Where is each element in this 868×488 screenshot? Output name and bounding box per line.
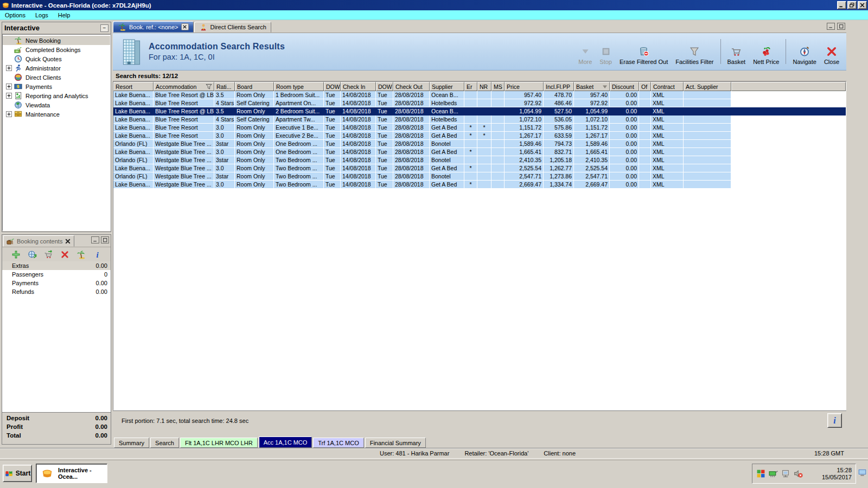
- table-row[interactable]: Orlando (FL)Westgate Blue Tree ...3starR…: [113, 172, 731, 181]
- cell-dow: Tue: [324, 115, 341, 123]
- facilities-filter-button[interactable]: Facilities Filter: [672, 38, 717, 65]
- column-header-board[interactable]: Board: [235, 82, 274, 91]
- panel-minimize-button[interactable]: [91, 236, 99, 243]
- start-button[interactable]: Start: [3, 465, 32, 482]
- column-header-accommodation[interactable]: Accommodation: [154, 82, 214, 91]
- column-header-supplier[interactable]: Supplier: [430, 82, 464, 91]
- refresh-globe-icon[interactable]: [28, 250, 37, 259]
- palm-tree-icon[interactable]: [76, 250, 86, 259]
- booking-contents-tab[interactable]: Booking contents: [3, 235, 74, 247]
- column-header-contract[interactable]: Contract: [651, 82, 684, 91]
- column-header-check-in[interactable]: Check In: [341, 82, 376, 91]
- column-header-ms[interactable]: MS: [492, 82, 505, 91]
- expand-plus-icon[interactable]: [6, 84, 14, 89]
- tab-booking-ref[interactable]: Book. ref.: <none>: [113, 21, 194, 33]
- expand-plus-icon[interactable]: [6, 65, 14, 71]
- erase-filtered-out-button[interactable]: Erase Filtered Out: [616, 38, 672, 65]
- table-row[interactable]: Orlando (FL)Westgate Blue Tree ...3starR…: [113, 140, 731, 148]
- mdi-minimize-button[interactable]: [827, 23, 835, 30]
- table-row[interactable]: Lake Buena...Blue Tree Resort3.0Room Onl…: [113, 132, 731, 140]
- volume-muted-tray-icon[interactable]: [794, 469, 803, 478]
- sidebar-item-direct-clients[interactable]: Direct Clients: [3, 73, 110, 82]
- column-header-check-out[interactable]: Check Out: [393, 82, 430, 91]
- sidebar-item-payments[interactable]: Payments: [3, 82, 110, 91]
- cell-accommodation: Westgate Blue Tree ...: [154, 181, 214, 188]
- sidebar-item-viewdata[interactable]: Viewdata: [3, 100, 110, 110]
- column-header-rati[interactable]: Rati...: [214, 82, 235, 91]
- close-tab-icon[interactable]: [65, 238, 71, 245]
- basket-button[interactable]: Basket: [724, 38, 750, 65]
- menu-options[interactable]: Options: [0, 11, 30, 20]
- bottom-tab-flt-1a-1c-lhr-mco-lhr[interactable]: Flt 1A,1C LHR MCO LHR: [180, 438, 258, 448]
- menu-logs[interactable]: Logs: [30, 11, 53, 20]
- column-header-resort[interactable]: Resort: [113, 82, 154, 91]
- filter-funnel-icon[interactable]: [206, 84, 212, 89]
- show-desktop-icon[interactable]: [858, 468, 867, 477]
- collapse-panel-button[interactable]: −: [100, 24, 108, 32]
- antivirus-tray-icon[interactable]: [756, 469, 765, 478]
- close-button[interactable]: [858, 1, 867, 9]
- bottom-tab-financial-summary[interactable]: Financial Summary: [365, 438, 426, 448]
- sidebar-item-administrator[interactable]: Administrator: [3, 63, 110, 73]
- add-icon[interactable]: [11, 250, 21, 259]
- bottom-tab-acc-1a-1c-mco[interactable]: Acc 1A,1C MCO: [259, 436, 312, 448]
- column-header-nr[interactable]: NR: [477, 82, 492, 91]
- table-row[interactable]: Orlando (FL)Westgate Blue Tree ...3starR…: [113, 156, 731, 164]
- table-row[interactable]: Lake Buena...Blue Tree Resort3.0Room Onl…: [113, 124, 731, 132]
- cell-discount: 0.00: [610, 140, 639, 147]
- close-tab-icon[interactable]: [181, 23, 189, 30]
- sidebar-item-maintenance[interactable]: Maintenance: [3, 110, 110, 119]
- cell-dow: Tue: [324, 164, 341, 172]
- booking-row-payments[interactable]: Payments0.00: [2, 279, 111, 287]
- column-header-basket[interactable]: Basket: [574, 82, 610, 91]
- booking-row-label: Refunds: [12, 288, 96, 295]
- interactive-panel-title: Interactive: [4, 24, 100, 32]
- table-row[interactable]: Lake Buena...Blue Tree Resort @ LBV3.5Ro…: [113, 91, 731, 99]
- cell-accommodation: Blue Tree Resort @ LBV: [154, 91, 214, 99]
- panel-maximize-button[interactable]: [101, 236, 109, 243]
- nett-price-button[interactable]: Nett Price: [749, 38, 783, 65]
- column-header-room-type[interactable]: Room type: [274, 82, 324, 91]
- table-row[interactable]: Lake Buena...Blue Tree Resort4 StarsSelf…: [113, 99, 731, 107]
- info-button[interactable]: i: [827, 413, 842, 428]
- sidebar-item-completed-bookings[interactable]: Completed Bookings: [3, 45, 110, 54]
- column-header-of[interactable]: Of: [639, 82, 651, 91]
- column-header-incl-fl-pp[interactable]: Incl.Fl.PP: [544, 82, 574, 91]
- bottom-tab-search[interactable]: Search: [150, 438, 179, 448]
- column-header-act-supplier[interactable]: Act. Supplier: [684, 82, 731, 91]
- sidebar-item-quick-quotes[interactable]: Quick Quotes: [3, 54, 110, 63]
- minimize-button[interactable]: [837, 1, 846, 9]
- navigate-button[interactable]: Navigate: [789, 38, 820, 65]
- info-icon[interactable]: i: [93, 250, 102, 259]
- column-header-dow[interactable]: DOW: [376, 82, 393, 91]
- table-row[interactable]: Lake Buena...Blue Tree Resort4 StarsSelf…: [113, 115, 731, 124]
- network-card-tray-icon[interactable]: [769, 469, 778, 478]
- table-row[interactable]: Lake Buena...Westgate Blue Tree ...3.0Ro…: [113, 148, 731, 156]
- table-row[interactable]: Lake Buena...Westgate Blue Tree ...3.0Ro…: [113, 164, 731, 172]
- mdi-maximize-button[interactable]: [837, 23, 845, 30]
- menu-help[interactable]: Help: [53, 11, 75, 20]
- expand-plus-icon[interactable]: [6, 93, 14, 99]
- sidebar-item-new-booking[interactable]: New Booking: [3, 36, 110, 45]
- column-header-dow[interactable]: DOW: [324, 82, 341, 91]
- table-row[interactable]: Lake Buena...Blue Tree Resort @ LBV3.5Ro…: [113, 107, 846, 115]
- bottom-tab-trf-1a-1c-mco[interactable]: Trf 1A,1C MCO: [313, 438, 363, 448]
- close-button[interactable]: Close: [820, 38, 843, 65]
- taskbar-task-interactive[interactable]: Interactive - Ocea...: [36, 464, 107, 483]
- sidebar-item-reporting-and-analytics[interactable]: Reporting and Analytics: [3, 91, 110, 100]
- column-header-price[interactable]: Price: [505, 82, 544, 91]
- bottom-tab-summary[interactable]: Summary: [114, 438, 149, 448]
- column-header-discount[interactable]: Discount: [610, 82, 639, 91]
- booking-row-extras[interactable]: Extras0.00: [2, 261, 111, 270]
- booking-row-passengers[interactable]: Passengers0: [2, 270, 111, 279]
- table-row[interactable]: Lake Buena...Westgate Blue Tree ...3.0Ro…: [113, 181, 731, 189]
- tab-direct-clients-search[interactable]: Direct Clients Search: [194, 22, 271, 33]
- cell-check-in: 14/08/2018: [341, 172, 376, 180]
- expand-plus-icon[interactable]: [6, 111, 14, 117]
- delete-icon[interactable]: [60, 250, 69, 259]
- network-connection-tray-icon[interactable]: [781, 469, 790, 478]
- cart-transfer-icon[interactable]: [44, 250, 53, 259]
- booking-row-refunds[interactable]: Refunds0.00: [2, 287, 111, 296]
- restore-button[interactable]: [847, 1, 857, 9]
- column-header-er[interactable]: Er: [464, 82, 477, 91]
